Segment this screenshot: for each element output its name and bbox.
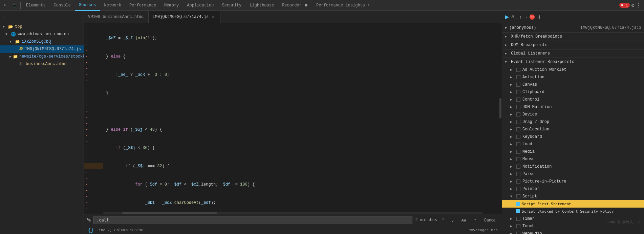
horizontal-scrollbar-thumb[interactable] [122, 212, 217, 214]
bp-checkbox-timer[interactable] [516, 217, 520, 221]
folder-blue-icon: 📁 [15, 39, 20, 44]
bp-label-drag-drop: Drag / drop [522, 120, 549, 124]
tree-item-chinastock[interactable]: ▼ 🌐 www.chinastock.com.cn [0, 30, 84, 38]
tab-sources[interactable]: Sources [75, 0, 100, 11]
bp-checkbox-script[interactable] [516, 194, 520, 198]
step-out-btn[interactable]: ↑ [519, 14, 522, 20]
tab-security[interactable]: Security [218, 0, 246, 11]
tab-console[interactable]: Console [50, 0, 75, 11]
bp-checkbox-clipboard[interactable] [516, 90, 520, 94]
code-line: } [106, 90, 496, 96]
tree-item-top[interactable]: ▼ 📂 top [0, 23, 84, 30]
bp-checkbox-control[interactable] [516, 98, 520, 102]
search-next-btn[interactable]: ⌄ [449, 217, 456, 224]
file-tab-close[interactable]: ✕ [211, 14, 216, 20]
bp-label-control: Control [522, 97, 539, 102]
file-tab-im0j[interactable]: IM0jQktM6FSQ.6771a74.js ✕ [149, 11, 221, 23]
bp-checkbox-media[interactable] [516, 150, 520, 154]
resume-btn[interactable]: ▶ [505, 14, 509, 20]
code-editor[interactable]: - - - - - - - - - - - - - - - - - [84, 23, 502, 211]
status-left: {} Line 7, Column 165138 [88, 228, 143, 233]
domain-icon: 🌐 [11, 32, 16, 37]
source-map-icon: {} [88, 228, 94, 233]
bp-item-mouse: ▶ Mouse [502, 155, 644, 163]
tree-item-im0j-js[interactable]: JS IM0jQktM6FSQ.6771a74.js [0, 45, 84, 53]
xhr-fetch-header[interactable]: ▶ XHR/fetch Breakpoints [502, 33, 644, 41]
bp-item-pointer: ▶ Pointer [502, 185, 644, 193]
bp-checkbox-notification[interactable] [516, 165, 520, 169]
deactivate-bp-btn[interactable]: ⛔ [529, 14, 535, 20]
bp-checkbox-device[interactable] [516, 112, 520, 116]
code-line: if (_$$j === 32) { [106, 163, 496, 169]
bp-checkbox-ad-auction[interactable] [516, 68, 520, 72]
callframe-arrow: ▶ [505, 25, 507, 30]
tab-elements[interactable]: Elements [22, 0, 50, 11]
bp-item-media: ▶ Media [502, 148, 644, 155]
tab-lighthouse[interactable]: Lighthouse [245, 0, 278, 11]
tree-item-newsite[interactable]: ▶ 📁 newsite/cgs-services/stockFinance [0, 53, 84, 60]
device-icon[interactable]: 📱 [9, 0, 19, 11]
bp-item-device: ▶ Device [502, 111, 644, 118]
bp-checkbox-mouse[interactable] [516, 157, 520, 161]
devtools-toolbar: ⌖ 📱 Elements Console Sources Network Per… [0, 0, 644, 11]
code-content[interactable]: _$cZ = _$_f.join(''); } else { !_$e_ ? _… [103, 23, 499, 211]
bp-checkbox-pip[interactable] [516, 179, 520, 184]
inspect-icon[interactable]: ⌖ [0, 0, 9, 11]
tab-network[interactable]: Network [100, 0, 125, 11]
pause-exceptions-btn[interactable]: ⏸ [536, 14, 541, 20]
folder-icon: 📂 [8, 24, 14, 29]
search-regex-btn[interactable]: .* [471, 217, 478, 223]
more-icon[interactable]: ⋮ [636, 2, 641, 9]
bp-checkbox-pointer[interactable] [516, 187, 520, 191]
bp-label-notification: Notification [522, 164, 552, 169]
tree-label: top [15, 24, 22, 29]
bp-label-geolocation: Geolocation [522, 127, 549, 132]
bp-label-ad-auction: Ad Auction Worklet [522, 67, 566, 72]
bp-checkbox-canvas[interactable] [516, 83, 520, 87]
step-into-btn[interactable]: ↓ [516, 14, 518, 20]
bp-checkbox-drag-drop[interactable] [516, 120, 520, 124]
settings-icon[interactable]: ⚙ [631, 2, 635, 9]
vertical-scrollbar-thumb[interactable] [499, 98, 501, 119]
tab-application[interactable]: Application [183, 0, 218, 11]
dom-header[interactable]: ▶ DOM Breakpoints [502, 41, 644, 49]
xhr-label: XHR/fetch Breakpoints [511, 34, 562, 39]
js-file-icon: JS [19, 47, 23, 51]
dom-arrow: ▶ [505, 43, 509, 47]
sidebar-toggle-icon[interactable]: ☐ [3, 14, 5, 19]
search-cancel-btn[interactable]: Cancel [481, 217, 499, 223]
tab-performance-insights[interactable]: Performance insights ⚡ [312, 0, 374, 11]
bp-checkbox-geolocation[interactable] [516, 127, 520, 131]
search-case-btn[interactable]: Aa [459, 217, 468, 223]
tree-item-businessannc[interactable]: 🗎 businessAnnc.html [0, 60, 84, 68]
search-prev-btn[interactable]: ⌃ [440, 217, 447, 224]
bp-checkbox-load[interactable] [516, 142, 520, 146]
bp-checkbox-script-first[interactable] [516, 202, 520, 206]
tab-recorder[interactable]: Recorder ⏺ [278, 0, 312, 11]
bp-checkbox-parse[interactable] [516, 172, 520, 176]
global-listeners-header[interactable]: ▶ Global Listeners [502, 49, 644, 58]
step-over-btn[interactable]: ↺ [510, 14, 514, 20]
line-col-status: Line 7, Column 165138 [96, 228, 144, 232]
tab-performance[interactable]: Performance [125, 0, 160, 11]
file-tab-businessannc[interactable]: VM108 businessAnnc.html [84, 11, 149, 23]
bp-checkbox-touch[interactable] [516, 224, 520, 228]
code-line: } else if (_$$j < 48) { [106, 127, 496, 133]
bp-checkbox-keyboard[interactable] [516, 135, 520, 139]
bp-checkbox-script-csp[interactable] [516, 209, 520, 213]
bp-checkbox-animation[interactable] [516, 75, 520, 79]
search-bar: AB 2 matches ⌃ ⌄ Aa .* Cancel [84, 214, 502, 226]
tree-item-ixkzon[interactable]: ▼ 📁 iXkZonSlgCbQ [0, 38, 84, 45]
right-panel: ▶ (anonymous) IM0jQktM6FSQ.6771a74.js:3 … [502, 23, 644, 234]
search-input[interactable] [93, 216, 412, 224]
bp-item-script-csp: Script Blocked by Content Security Polic… [502, 208, 644, 215]
event-listener-header[interactable]: ▼ Event Listener Breakpoints [502, 58, 644, 66]
bp-label-clipboard: Clipboard [522, 90, 544, 94]
bp-label-script: Script [522, 194, 537, 199]
tab-memory[interactable]: Memory [160, 0, 183, 11]
bp-checkbox-dom-mutation[interactable] [516, 105, 520, 109]
bp-label-load: Load [522, 142, 532, 147]
bp-label-media: Media [522, 149, 535, 154]
step-btn[interactable]: → [523, 14, 528, 20]
bp-checkbox-webaudio[interactable] [516, 232, 520, 234]
